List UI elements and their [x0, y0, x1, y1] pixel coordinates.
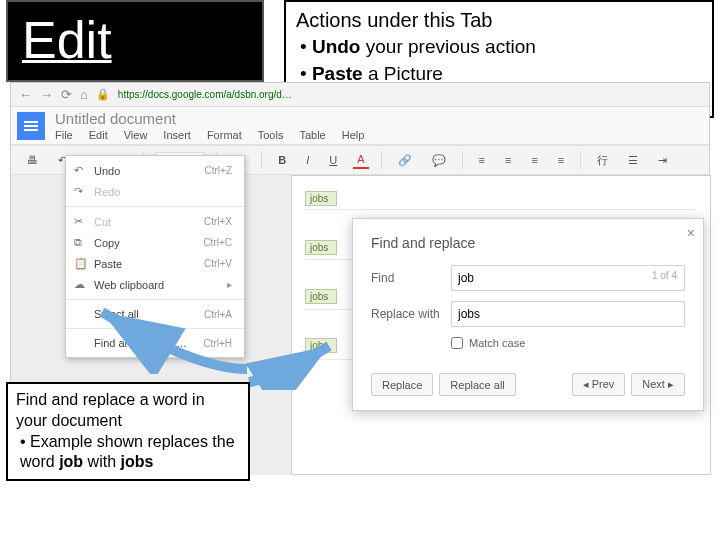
highlighted-word: jobs: [305, 191, 337, 206]
menu-item-find-replace[interactable]: Find and replace…Ctrl+H: [66, 333, 244, 353]
text-line: [305, 209, 695, 210]
align-left-icon[interactable]: ≡: [475, 152, 489, 168]
docs-logo-icon[interactable]: [17, 112, 45, 140]
indent-icon[interactable]: ⇥: [654, 152, 671, 169]
menu-item-select-all[interactable]: Select allCtrl+A: [66, 304, 244, 324]
link-icon[interactable]: 🔗: [394, 152, 416, 169]
match-case-checkbox[interactable]: [451, 337, 463, 349]
find-replace-dialog: × Find and replace Find 1 of 4 Replace w…: [352, 218, 704, 411]
slide-title: Edit: [22, 11, 112, 69]
italic-button[interactable]: I: [302, 152, 313, 168]
replace-all-button[interactable]: Replace all: [439, 373, 515, 396]
menu-item-web-clipboard[interactable]: ☁Web clipboard▸: [66, 274, 244, 295]
docs-header: Untitled document File Edit View Insert …: [11, 107, 709, 145]
text-color-button[interactable]: A: [353, 151, 368, 169]
url-bar[interactable]: https://docs.google.com/a/dsbn.org/d…: [118, 89, 701, 100]
align-justify-icon[interactable]: ≡: [554, 152, 568, 168]
menu-item-cut[interactable]: ✂CutCtrl+X: [66, 211, 244, 232]
menu-insert[interactable]: Insert: [163, 129, 191, 141]
highlighted-word: jobs: [305, 289, 337, 304]
document-title[interactable]: Untitled document: [55, 110, 364, 127]
cloud-icon: ☁: [74, 278, 92, 291]
separator: [462, 151, 463, 169]
separator: [580, 151, 581, 169]
actions-header: Actions under this Tab: [296, 6, 702, 34]
menu-edit[interactable]: Edit: [89, 129, 108, 141]
menu-item-redo[interactable]: ↷Redo: [66, 181, 244, 202]
match-case-label: Match case: [469, 337, 525, 349]
back-icon[interactable]: ←: [19, 87, 32, 102]
paste-icon: 📋: [74, 257, 92, 270]
prev-button[interactable]: ◂ Prev: [572, 373, 626, 396]
replace-button[interactable]: Replace: [371, 373, 433, 396]
list-icon[interactable]: ☰: [624, 152, 642, 169]
align-right-icon[interactable]: ≡: [527, 152, 541, 168]
replace-input[interactable]: [451, 301, 685, 327]
lock-icon: 🔒: [96, 88, 110, 101]
menu-help[interactable]: Help: [342, 129, 365, 141]
menu-view[interactable]: View: [124, 129, 148, 141]
menu-table[interactable]: Table: [299, 129, 325, 141]
doc-text-column: jobs jobs jobs jobs: [305, 175, 337, 387]
menu-format[interactable]: Format: [207, 129, 242, 141]
redo-icon: ↷: [74, 185, 92, 198]
find-input[interactable]: [451, 265, 685, 291]
print-icon[interactable]: 🖶: [23, 152, 42, 168]
highlighted-word: jobs: [305, 338, 337, 353]
dialog-title: Find and replace: [371, 235, 685, 251]
line-spacing-icon[interactable]: 行: [593, 151, 612, 170]
home-icon[interactable]: ⌂: [80, 87, 88, 102]
find-count: 1 of 4: [652, 270, 677, 281]
bold-button[interactable]: B: [274, 152, 290, 168]
menu-item-paste[interactable]: 📋PasteCtrl+V: [66, 253, 244, 274]
align-center-icon[interactable]: ≡: [501, 152, 515, 168]
copy-icon: ⧉: [74, 236, 92, 249]
separator: [261, 151, 262, 169]
undo-icon: ↶: [74, 164, 92, 177]
edit-dropdown-menu: ↶UndoCtrl+Z ↷Redo ✂CutCtrl+X ⧉CopyCtrl+C…: [65, 155, 245, 358]
comment-icon[interactable]: 💬: [428, 152, 450, 169]
browser-chrome: ← → ⟳ ⌂ 🔒 https://docs.google.com/a/dsbn…: [11, 83, 709, 107]
menu-bar: File Edit View Insert Format Tools Table…: [55, 127, 364, 141]
next-button[interactable]: Next ▸: [631, 373, 685, 396]
callout-line: Find and replace a word in your document: [16, 390, 240, 432]
highlighted-word: jobs: [305, 240, 337, 255]
action-item: Undo your previous action: [300, 34, 702, 61]
slide-title-box: Edit: [6, 0, 264, 82]
menu-item-undo[interactable]: ↶UndoCtrl+Z: [66, 160, 244, 181]
separator: [381, 151, 382, 169]
find-label: Find: [371, 271, 451, 285]
close-icon[interactable]: ×: [687, 225, 695, 241]
cut-icon: ✂: [74, 215, 92, 228]
underline-button[interactable]: U: [325, 152, 341, 168]
menu-item-copy[interactable]: ⧉CopyCtrl+C: [66, 232, 244, 253]
replace-label: Replace with: [371, 307, 451, 321]
menu-tools[interactable]: Tools: [258, 129, 284, 141]
callout-item: Example shown replaces the word job with…: [20, 432, 240, 474]
forward-icon[interactable]: →: [40, 87, 53, 102]
reload-icon[interactable]: ⟳: [61, 87, 72, 102]
menu-file[interactable]: File: [55, 129, 73, 141]
bottom-callout: Find and replace a word in your document…: [6, 382, 250, 481]
